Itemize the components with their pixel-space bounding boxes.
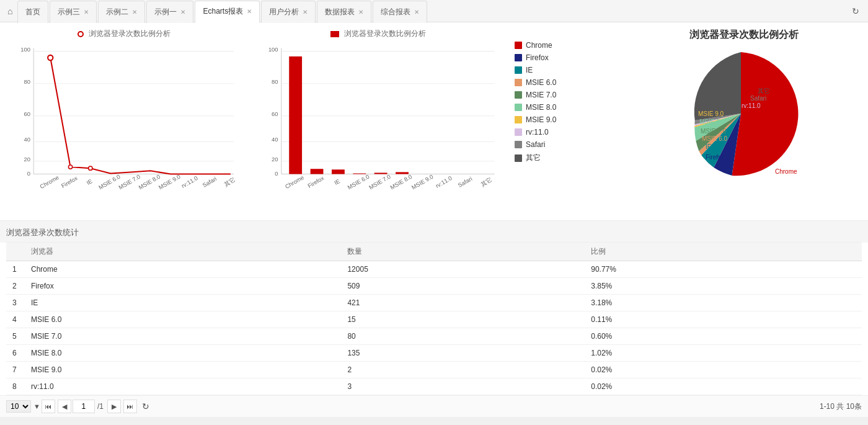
col-ratio: 比例 bbox=[585, 243, 862, 261]
svg-text:MSIE 9.0: MSIE 9.0 bbox=[410, 174, 434, 191]
refresh-icon[interactable]: ↻ bbox=[142, 401, 149, 411]
svg-rect-43 bbox=[374, 172, 388, 174]
legend-item: IE bbox=[515, 66, 614, 74]
row-browser: Firefox bbox=[25, 278, 341, 295]
table-row: 6 MSIE 8.0 135 1.02% bbox=[6, 345, 862, 362]
legend-item: Safari bbox=[515, 140, 614, 149]
legend-label: 其它 bbox=[526, 153, 541, 163]
row-browser: MSIE 9.0 bbox=[25, 362, 341, 378]
table-row: 4 MSIE 6.0 15 0.11% bbox=[6, 311, 862, 328]
pagination-info: 1-10 共 10条 bbox=[820, 401, 862, 412]
svg-text:20: 20 bbox=[24, 156, 30, 163]
legend-item: Firefox bbox=[515, 53, 614, 62]
legend-item: 其它 bbox=[515, 153, 614, 163]
table-row: 7 MSIE 9.0 2 0.02% bbox=[6, 362, 862, 378]
legend-color bbox=[515, 104, 522, 111]
tab-0[interactable]: 首页 bbox=[17, 1, 48, 23]
row-count: 80 bbox=[341, 328, 585, 345]
table-section: 浏览器登录次数统计 bbox=[0, 221, 868, 243]
row-ratio: 0.02% bbox=[585, 362, 862, 378]
tab-2[interactable]: 示例二✕ bbox=[98, 1, 145, 23]
row-count: 421 bbox=[341, 295, 585, 311]
svg-rect-41 bbox=[332, 169, 345, 174]
pie-chart-svg bbox=[670, 45, 812, 182]
legend-item: MSIE 9.0 bbox=[515, 115, 614, 124]
last-page-button[interactable]: ⏭ bbox=[123, 400, 137, 413]
tab-6[interactable]: 数据报表✕ bbox=[317, 1, 371, 23]
chart-legend: Chrome Firefox IE MSIE 6.0 MSIE 7.0 MSIE… bbox=[508, 22, 620, 220]
tab-close-icon[interactable]: ✕ bbox=[84, 9, 89, 16]
pie-chart-title: 浏览器登录次数比例分析 bbox=[689, 29, 799, 42]
tab-label: 首页 bbox=[25, 7, 40, 17]
page-size-select[interactable]: 10 20 50 bbox=[6, 400, 31, 413]
svg-text:MSIE 9.0: MSIE 9.0 bbox=[157, 174, 181, 191]
tab-label: 示例一 bbox=[154, 7, 177, 17]
tab-5[interactable]: 用户分析✕ bbox=[261, 1, 316, 23]
charts-row: 浏览器登录次数比例分析 100 80 60 40 20 0 bbox=[0, 22, 868, 221]
legend-item: MSIE 7.0 bbox=[515, 91, 614, 99]
bar-chart-svg: 100 80 60 40 20 0 Chrome Firefox bbox=[254, 42, 502, 197]
row-ratio: 1.02% bbox=[585, 345, 862, 362]
row-num: 4 bbox=[6, 311, 25, 328]
svg-text:40: 40 bbox=[272, 136, 278, 143]
row-browser: MSIE 6.0 bbox=[25, 311, 341, 328]
prev-page-button[interactable]: ◀ bbox=[58, 400, 71, 413]
tab-close-icon[interactable]: ✕ bbox=[132, 9, 137, 16]
bar-chart-title: 浏览器登录次数比例分析 bbox=[254, 29, 502, 39]
tab-close-icon[interactable]: ✕ bbox=[180, 9, 185, 16]
legend-label: MSIE 9.0 bbox=[526, 115, 556, 124]
tab-close-icon[interactable]: ✕ bbox=[358, 9, 363, 16]
row-ratio: 0.11% bbox=[585, 311, 862, 328]
row-count: 12005 bbox=[341, 261, 585, 278]
row-num: 2 bbox=[6, 278, 25, 295]
refresh-button[interactable]: ↻ bbox=[846, 6, 866, 16]
legend-color bbox=[515, 128, 522, 136]
legend-label: IE bbox=[526, 66, 533, 74]
svg-text:MSIE 8.0: MSIE 8.0 bbox=[389, 174, 413, 191]
legend-label: rv:11.0 bbox=[526, 128, 549, 136]
svg-point-15 bbox=[89, 166, 92, 170]
svg-text:100: 100 bbox=[268, 47, 278, 53]
line-chart-container: 浏览器登录次数比例分析 100 80 60 40 20 0 bbox=[0, 22, 248, 220]
legend-item: rv:11.0 bbox=[515, 128, 614, 136]
bar-chart-title-text: 浏览器登录次数比例分析 bbox=[344, 29, 426, 38]
svg-text:100: 100 bbox=[20, 47, 30, 53]
svg-text:Chrome: Chrome bbox=[39, 174, 60, 190]
pagination: 10 20 50 ▼ ⏮ ◀ /1 ▶ ⏭ ↻ 1-10 共 10条 bbox=[0, 395, 868, 417]
tab-label: 综合报表 bbox=[381, 7, 410, 17]
page-number-input[interactable] bbox=[73, 400, 95, 413]
svg-rect-40 bbox=[311, 169, 324, 174]
table-row: 5 MSIE 7.0 80 0.60% bbox=[6, 328, 862, 345]
legend-label: Chrome bbox=[526, 41, 552, 50]
svg-text:Safari: Safari bbox=[457, 176, 473, 189]
line-chart-title: 浏览器登录次数比例分析 bbox=[6, 29, 242, 39]
tab-7[interactable]: 综合报表✕ bbox=[373, 1, 427, 23]
tab-1[interactable]: 示例三✕ bbox=[50, 1, 97, 23]
first-page-button[interactable]: ⏮ bbox=[42, 400, 55, 413]
tab-3[interactable]: 示例一✕ bbox=[146, 1, 193, 23]
row-count: 135 bbox=[341, 345, 585, 362]
svg-text:MSIE 6.0: MSIE 6.0 bbox=[347, 174, 370, 191]
home-icon[interactable]: ⌂ bbox=[2, 6, 17, 16]
table-row: 1 Chrome 12005 90.77% bbox=[6, 261, 862, 278]
tab-close-icon[interactable]: ✕ bbox=[414, 9, 419, 16]
next-page-button[interactable]: ▶ bbox=[107, 400, 121, 413]
legend-label: MSIE 8.0 bbox=[526, 103, 556, 112]
row-num: 6 bbox=[6, 345, 25, 362]
tab-bar: ⌂ 首页示例三✕示例二✕示例一✕Echarts报表✕用户分析✕数据报表✕综合报表… bbox=[0, 0, 868, 22]
row-browser: Chrome bbox=[25, 261, 341, 278]
row-num: 8 bbox=[6, 378, 25, 395]
row-browser: MSIE 8.0 bbox=[25, 345, 341, 362]
row-ratio: 3.18% bbox=[585, 295, 862, 311]
legend-label: Safari bbox=[526, 140, 545, 149]
svg-text:Firefox: Firefox bbox=[307, 175, 326, 189]
table-section-title: 浏览器登录次数统计 bbox=[6, 223, 862, 243]
tab-close-icon[interactable]: ✕ bbox=[247, 8, 252, 15]
legend-color bbox=[515, 116, 522, 123]
row-browser: IE bbox=[25, 295, 341, 311]
col-browser: 浏览器 bbox=[25, 243, 341, 261]
tab-close-icon[interactable]: ✕ bbox=[303, 9, 308, 16]
svg-text:60: 60 bbox=[272, 111, 278, 117]
tab-4[interactable]: Echarts报表✕ bbox=[195, 1, 260, 23]
row-ratio: 3.85% bbox=[585, 278, 862, 295]
